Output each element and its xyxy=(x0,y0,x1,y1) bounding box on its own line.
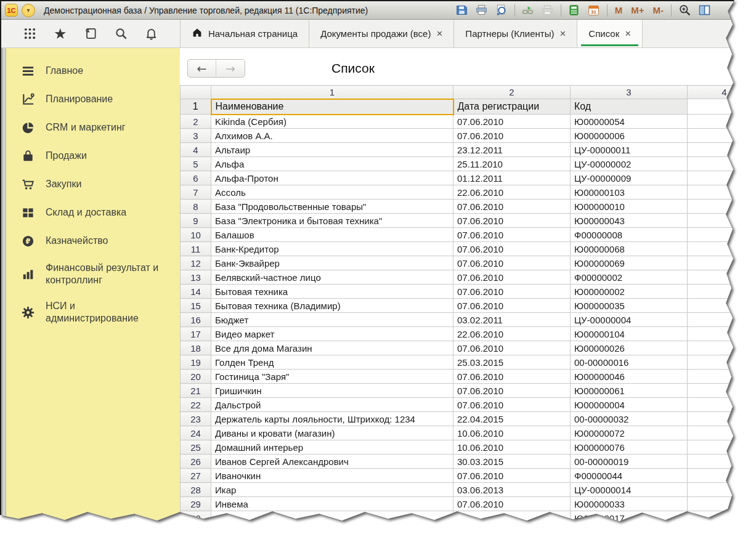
code-cell[interactable]: 00-00000016 xyxy=(571,355,688,370)
empty-cell[interactable] xyxy=(688,299,734,313)
code-cell[interactable]: Ю00000017 xyxy=(571,511,688,524)
close-icon[interactable]: × xyxy=(436,28,442,39)
name-cell[interactable]: Алхимов А.А. xyxy=(211,129,453,143)
date-cell[interactable]: 22.06.2010 xyxy=(453,327,571,341)
empty-cell[interactable] xyxy=(688,270,734,285)
row-number[interactable]: 15 xyxy=(181,299,211,313)
date-cell[interactable]: 01.12.2011 xyxy=(453,171,571,185)
row-number[interactable]: 11 xyxy=(181,242,211,256)
column-header[interactable]: 2 xyxy=(453,86,571,99)
date-cell[interactable]: 07.06.2010 xyxy=(453,228,571,242)
print-preview-icon[interactable] xyxy=(495,4,508,17)
sidebar-item-treasury[interactable]: ₽ Казначейство xyxy=(6,227,180,255)
date-cell[interactable]: 07.06.2010 xyxy=(453,341,571,355)
split-view-icon[interactable] xyxy=(697,4,711,17)
code-cell[interactable]: ЦУ-00000009 xyxy=(571,171,688,185)
selected-cell-name-header[interactable]: Наименование xyxy=(211,99,453,115)
name-cell[interactable]: Kikinda (Сербия) xyxy=(211,115,453,129)
row-number[interactable]: 20 xyxy=(181,370,211,384)
name-cell[interactable]: Диваны и кровати (магазин) xyxy=(211,426,453,440)
empty-cell[interactable] xyxy=(688,440,734,455)
empty-cell[interactable] xyxy=(688,157,734,171)
name-cell[interactable]: Бытовая техника (Владимир) xyxy=(211,299,453,313)
row-number[interactable]: 14 xyxy=(181,285,211,299)
date-cell[interactable]: 30.03.2015 xyxy=(453,455,571,469)
tab-list[interactable]: Список × xyxy=(577,20,643,47)
sidebar-item-financial-result[interactable]: Финансовый результат и контроллинг xyxy=(6,255,180,293)
code-header-cell[interactable]: Код xyxy=(571,99,688,115)
code-cell[interactable]: 00-00000019 xyxy=(571,455,688,469)
sidebar-item-sales[interactable]: Продажи xyxy=(6,142,180,170)
memory-m-button[interactable]: M xyxy=(614,5,624,15)
date-cell[interactable]: 22.04.2015 xyxy=(453,412,571,426)
name-cell[interactable]: Домашний интерьер xyxy=(211,440,453,455)
row-number[interactable]: 1 xyxy=(181,99,211,115)
empty-cell[interactable] xyxy=(688,426,734,440)
empty-cell[interactable] xyxy=(688,341,734,355)
empty-cell[interactable] xyxy=(688,256,734,270)
date-cell[interactable]: 07.06.2010 xyxy=(453,384,571,398)
row-number[interactable]: 28 xyxy=(181,483,211,497)
empty-cell[interactable] xyxy=(688,398,734,412)
name-cell[interactable] xyxy=(211,511,453,524)
name-cell[interactable]: Банк-Эквайрер xyxy=(211,256,453,270)
empty-cell[interactable] xyxy=(688,242,734,256)
row-number[interactable]: 17 xyxy=(181,327,211,341)
row-number[interactable]: 9 xyxy=(181,214,211,228)
favorites-star-icon[interactable]: ★ xyxy=(51,25,70,43)
code-cell[interactable]: Ф00000008 xyxy=(571,228,688,242)
row-number[interactable]: 29 xyxy=(181,497,211,511)
column-header[interactable]: 1 xyxy=(211,86,453,99)
name-cell[interactable]: Бюджет xyxy=(211,313,453,327)
calculator-icon[interactable] xyxy=(567,4,581,17)
name-cell[interactable]: Голден Тренд xyxy=(211,355,453,370)
date-cell[interactable]: 07.06.2010 xyxy=(453,270,571,285)
date-cell[interactable]: 03.02.2011 xyxy=(453,313,571,327)
row-number[interactable]: 30 xyxy=(181,511,211,524)
name-cell[interactable]: База "Продовольственные товары" xyxy=(211,200,453,214)
column-header[interactable]: 3 xyxy=(571,86,688,99)
row-number[interactable]: 13 xyxy=(181,270,211,285)
close-icon[interactable]: × xyxy=(625,28,631,39)
memory-m-plus-button[interactable]: M+ xyxy=(630,5,645,15)
main-menu-dropdown-button[interactable]: ▼ xyxy=(22,4,35,17)
row-number[interactable]: 6 xyxy=(181,171,211,185)
sidebar-item-main[interactable]: Главное xyxy=(6,57,180,85)
empty-cell[interactable] xyxy=(688,497,734,511)
row-number[interactable]: 22 xyxy=(181,398,211,412)
code-cell[interactable]: Ю00000004 xyxy=(571,398,688,412)
code-cell[interactable]: Ю00000046 xyxy=(571,370,688,384)
empty-cell[interactable] xyxy=(688,115,734,129)
code-cell[interactable]: Ю00000054 xyxy=(571,115,688,129)
date-header-cell[interactable]: Дата регистрации xyxy=(453,99,571,115)
empty-cell[interactable] xyxy=(688,469,734,483)
row-number[interactable]: 19 xyxy=(181,355,211,370)
name-cell[interactable]: Балашов xyxy=(211,228,453,242)
name-cell[interactable]: Альфа xyxy=(211,157,453,171)
code-cell[interactable]: ЦУ-00000011 xyxy=(571,143,688,157)
tab-home[interactable]: Начальная страница xyxy=(180,20,309,47)
name-cell[interactable]: Иваночкин xyxy=(211,469,453,483)
row-number[interactable]: 2 xyxy=(181,115,211,129)
date-cell[interactable]: 07.06.2010 xyxy=(453,242,571,256)
name-cell[interactable]: Белявский-частное лицо xyxy=(211,270,453,285)
code-cell[interactable]: Ю00000104 xyxy=(571,327,688,341)
date-cell[interactable]: 07.06.2010 xyxy=(453,200,571,214)
name-cell[interactable]: Гостиница "Заря" xyxy=(211,370,453,384)
save-icon[interactable] xyxy=(455,4,469,17)
row-number[interactable]: 16 xyxy=(181,313,211,327)
name-cell[interactable]: Все для дома Магазин xyxy=(211,341,453,355)
date-cell[interactable]: 07.06.2010 xyxy=(453,214,571,228)
name-cell[interactable]: Альтаир xyxy=(211,143,453,157)
row-number[interactable]: 8 xyxy=(181,200,211,214)
code-cell[interactable]: Ф00000002 xyxy=(571,270,688,285)
date-cell[interactable]: 07.06.2010 xyxy=(453,129,571,143)
code-cell[interactable]: Ю00000076 xyxy=(571,440,688,455)
date-cell[interactable]: 25.11.2010 xyxy=(453,157,571,171)
sidebar-item-planning[interactable]: Планирование xyxy=(6,85,180,113)
empty-cell[interactable] xyxy=(688,355,734,370)
empty-cell[interactable] xyxy=(688,143,734,157)
tab-partners[interactable]: Партнеры (Клиенты) × xyxy=(454,20,577,47)
code-cell[interactable]: Ф00000044 xyxy=(571,469,688,483)
code-cell[interactable]: Ю00000043 xyxy=(571,214,688,228)
